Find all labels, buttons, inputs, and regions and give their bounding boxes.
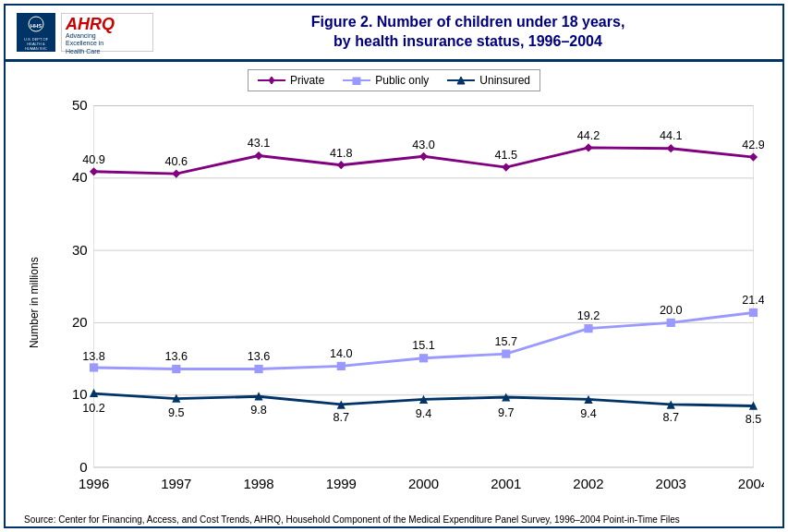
private-val-2002: 44.2 <box>577 129 600 142</box>
public-val-1997: 13.6 <box>164 350 188 363</box>
uninsured-val-2001: 9.7 <box>498 406 515 419</box>
title-line2: by health insurance status, 1996–2004 <box>333 33 602 49</box>
svg-text:2004: 2004 <box>738 476 764 491</box>
public-point-2004 <box>749 308 758 317</box>
y-axis-label: Number in millions <box>24 95 41 510</box>
public-val-1999: 14.0 <box>330 347 353 360</box>
svg-text:1998: 1998 <box>243 476 273 491</box>
ahrq-acronym: AHRQ <box>66 16 115 32</box>
private-val-2001: 41.5 <box>494 149 517 162</box>
title-line1: Figure 2. Number of children under 18 ye… <box>311 14 625 30</box>
uninsured-val-2004: 8.5 <box>746 413 762 426</box>
private-val-1996: 40.9 <box>82 153 105 166</box>
svg-text:1999: 1999 <box>326 476 357 491</box>
public-val-2001: 15.7 <box>494 335 517 348</box>
uninsured-val-1999: 8.7 <box>333 411 349 424</box>
chart-title: Figure 2. Number of children under 18 ye… <box>164 13 771 52</box>
chart-container: Private Public only Uninsured Number in … <box>6 62 782 531</box>
private-val-1998: 43.1 <box>248 137 271 150</box>
chart-inner: 0 10 20 30 40 50 1996 1997 1998 1999 200… <box>41 95 764 510</box>
main-container: HHS U.S. DEPT OF HEALTH & HUMAN SVC AHRQ… <box>4 4 784 528</box>
svg-rect-9 <box>353 78 360 85</box>
private-val-1999: 41.8 <box>330 147 353 160</box>
chart-area: Number in millions 0 <box>24 95 764 510</box>
legend-uninsured-label: Uninsured <box>479 74 530 87</box>
public-val-2004: 21.4 <box>742 294 764 307</box>
svg-text:2002: 2002 <box>573 476 603 491</box>
svg-text:2000: 2000 <box>408 476 439 491</box>
public-point-2000 <box>419 354 428 362</box>
legend-private: Private <box>258 74 324 87</box>
legend: Private Public only Uninsured <box>248 69 540 91</box>
uninsured-val-1998: 9.8 <box>250 404 267 417</box>
svg-text:50: 50 <box>72 97 88 113</box>
legend-public-label: Public only <box>375 74 429 87</box>
public-val-1998: 13.6 <box>248 350 271 363</box>
private-val-2004: 42.9 <box>742 139 764 151</box>
svg-text:20: 20 <box>72 314 88 330</box>
hhs-logo: HHS U.S. DEPT OF HEALTH & HUMAN SVC <box>17 13 55 52</box>
svg-text:30: 30 <box>72 242 88 258</box>
title-area: Figure 2. Number of children under 18 ye… <box>164 13 771 52</box>
source-text: Source: Center for Financing, Access, an… <box>24 510 764 527</box>
ahrq-subtitle: Advancing Excellence in Health Care <box>66 32 103 55</box>
private-val-2003: 44.1 <box>660 129 683 142</box>
public-point-1998 <box>254 365 262 373</box>
public-point-2003 <box>667 319 675 327</box>
svg-text:2003: 2003 <box>656 476 686 491</box>
public-point-2001 <box>502 349 510 357</box>
public-val-2002: 19.2 <box>577 309 600 322</box>
private-val-2000: 43.0 <box>412 139 435 151</box>
public-point-1996 <box>90 363 98 371</box>
public-val-2003: 20.0 <box>660 304 683 317</box>
svg-text:0: 0 <box>79 459 87 475</box>
svg-text:1996: 1996 <box>79 476 109 491</box>
svg-text:2001: 2001 <box>491 476 521 491</box>
svg-marker-7 <box>269 77 274 84</box>
legend-uninsured: Uninsured <box>447 74 530 87</box>
uninsured-val-1996: 10.2 <box>82 402 105 415</box>
legend-private-label: Private <box>290 74 324 87</box>
logo-area: HHS U.S. DEPT OF HEALTH & HUMAN SVC AHRQ… <box>17 13 164 52</box>
legend-public: Public only <box>343 74 429 87</box>
uninsured-val-1997: 9.5 <box>168 406 185 419</box>
svg-text:10: 10 <box>72 386 88 402</box>
svg-text:1997: 1997 <box>161 476 191 491</box>
svg-text:HHS: HHS <box>30 23 42 29</box>
uninsured-val-2000: 9.4 <box>416 407 432 420</box>
public-point-2002 <box>584 324 592 332</box>
uninsured-val-2002: 9.4 <box>580 407 597 420</box>
chart-svg: 0 10 20 30 40 50 1996 1997 1998 1999 200… <box>41 95 764 510</box>
public-point-1999 <box>337 362 346 370</box>
svg-text:40: 40 <box>72 169 88 185</box>
public-val-2000: 15.1 <box>412 339 435 352</box>
private-val-1997: 40.6 <box>164 155 188 168</box>
ahrq-logo: AHRQ Advancing Excellence in Health Care <box>61 13 153 52</box>
public-point-1997 <box>172 365 180 373</box>
public-val-1996: 13.8 <box>82 350 105 363</box>
header: HHS U.S. DEPT OF HEALTH & HUMAN SVC AHRQ… <box>6 6 782 62</box>
svg-text:HUMAN SVC: HUMAN SVC <box>25 46 47 51</box>
uninsured-val-2003: 8.7 <box>662 411 679 424</box>
